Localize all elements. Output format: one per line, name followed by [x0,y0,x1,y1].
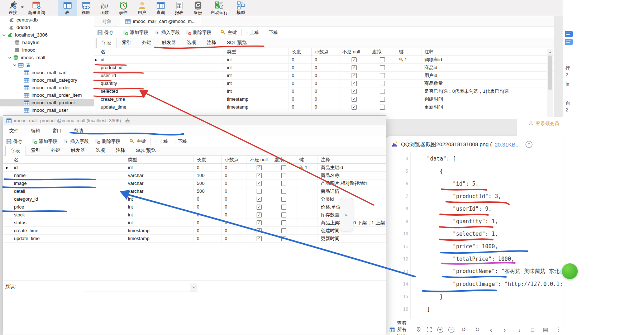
subtab-triggers[interactable]: 触发器 [66,145,90,155]
toolbar-connection-button[interactable]: 连接 [4,0,22,16]
subtab-indexes[interactable]: 索引 [116,38,137,48]
green-floating-button[interactable] [562,263,578,279]
tree-item-centos-db[interactable]: centos-db [0,16,94,24]
table-row-id[interactable]: ▶ idint 00 ✓ 1 购物车id [94,56,554,64]
subtab-indexes[interactable]: 索引 [25,145,46,155]
virtual-checkbox[interactable] [281,173,286,178]
tree-item-imooc[interactable]: imooc [0,46,94,54]
scroll-up-arrow[interactable]: ▲ [547,49,553,55]
subtab-comment[interactable]: 注释 [201,38,221,48]
more-icon[interactable]: ⋮ [554,326,563,333]
move-down-button[interactable]: ↓下移 [262,28,281,37]
not-null-checkbox[interactable]: ✓ [257,228,262,233]
subtab-options[interactable]: 选项 [181,38,201,48]
previous-image-icon[interactable]: ‹ [487,326,495,334]
toolbar-query-button[interactable]: 查询 [151,0,170,16]
move-up-button[interactable]: ↑上移 [152,137,171,146]
subtab-foreign-keys[interactable]: 外键 [46,145,66,155]
delete-field-button[interactable]: 删除字段 [183,28,214,37]
virtual-checkbox[interactable] [281,181,286,186]
download-icon[interactable]: ↓ [515,327,524,333]
toolbar-table-button[interactable]: 表 [58,0,77,16]
not-null-checkbox[interactable] [257,189,262,194]
tree-item-babytun[interactable]: babytun [0,39,94,46]
not-null-checkbox[interactable]: ✓ [257,165,262,170]
not-null-checkbox[interactable]: ✓ [257,212,262,217]
subtab-comment[interactable]: 注释 [110,145,130,155]
toolbar-event-button[interactable]: 事件 [114,0,133,16]
primary-key-button[interactable]: 主键 [127,137,149,146]
dropdown-arrow[interactable] [190,283,198,292]
not-null-checkbox[interactable]: ✓ [352,89,357,94]
not-null-checkbox[interactable]: ✓ [352,73,357,78]
not-null-checkbox[interactable]: ✓ [257,220,262,225]
window-title-bar[interactable]: imooc_mall_product @imooc_mall (localhos… [3,116,386,125]
table-row-user-id[interactable]: user_idint 00 ✓ 用户id [94,72,554,80]
chevron-down-icon[interactable] [7,55,12,60]
table-row-image[interactable]: imagevarchar 5000 ✓ 产品图片,相对路径地址 [3,180,386,187]
table-row-create-time[interactable]: create_timetimestamp 00 ✓ 创建时间 [94,95,554,103]
tree-item-imooc-mall-order-item[interactable]: imooc_mall_order_item [0,91,94,99]
move-up-button[interactable]: ↑上移 [243,28,262,37]
table-row-update-time[interactable]: update_timetimestamp 00 ✓ 更新时间 [3,235,386,243]
primary-key-button[interactable]: 主键 [218,28,240,37]
subtab-triggers[interactable]: 触发器 [157,38,181,48]
table-row-detail[interactable]: detailvarchar 5000 商品详情 [3,187,386,195]
not-null-checkbox[interactable]: ✓ [257,205,262,210]
virtual-checkbox[interactable] [281,220,286,225]
delete-field-button[interactable]: 删除字段 [92,137,123,146]
menu-file[interactable]: 文件 [3,128,25,134]
toolbar-report-button[interactable]: 报表 [170,0,189,16]
gallery-icon[interactable]: ▤ [541,326,550,333]
virtual-checkbox[interactable] [281,212,286,217]
table-row-product-id[interactable]: product_idint 00 ✓ 商品id [94,64,554,72]
tree-item-imooc-mall-cart[interactable]: imooc_mall_cart [0,69,94,76]
table-row-update-time[interactable]: update_timetimestamp 00 ✓ 更新时间 [94,103,554,111]
subtab-sql-preview[interactable]: SQL 预览 [130,145,161,155]
chevron-down-icon[interactable] [1,33,6,38]
subtab-fields[interactable]: 字段 [96,38,116,48]
not-null-checkbox[interactable]: ✓ [257,197,262,202]
tree-item-imooc-mall-user[interactable]: imooc_mall_user [0,106,94,114]
not-null-checkbox[interactable]: ✓ [352,81,357,86]
virtual-checkbox[interactable] [281,236,286,241]
blue-stack-icon[interactable] [565,31,573,47]
table-row-quantity[interactable]: quantityint 00 ✓ 商品数量 [94,80,554,87]
tree-item-imooc-mall[interactable]: imooc_mall [0,54,94,61]
virtual-checkbox[interactable] [380,105,385,110]
virtual-checkbox[interactable] [380,81,385,86]
virtual-checkbox[interactable] [380,57,385,62]
rotate-left-icon[interactable]: ↺ [459,326,468,333]
virtual-checkbox[interactable] [281,228,286,233]
table-row-status[interactable]: statusint 00 ✓ 商品上架状态：0-下架，1-上架 [3,219,386,227]
toolbar-view-button[interactable]: 视图 [77,0,95,16]
insert-field-button[interactable]: 插入字段 [151,28,183,37]
image-filesize[interactable]: 20.31KB... [495,142,520,148]
tree-item-ddddd[interactable]: ddddd [0,24,94,31]
chevron-down-icon[interactable] [12,63,17,68]
not-null-checkbox[interactable]: ✓ [257,236,262,241]
table-row-price[interactable]: priceint 00 ✓ 价格,单位-分 [3,203,386,211]
not-null-checkbox[interactable]: ✓ [257,181,262,186]
select-box-icon[interactable]: □ [528,327,537,333]
scrollbar-thumb[interactable] [548,56,552,90]
virtual-checkbox[interactable] [281,205,286,210]
virtual-checkbox[interactable] [281,189,286,194]
toolbar-new-query-button[interactable]: 新建查询 [24,0,49,16]
subtab-sql-preview[interactable]: SQL 预览 [221,38,252,48]
insert-field-button[interactable]: 插入字段 [60,137,92,146]
not-null-checkbox[interactable]: ✓ [352,57,357,62]
not-null-checkbox[interactable]: ✓ [257,173,262,178]
default-value-dropdown[interactable] [83,283,198,292]
table-row-stock[interactable]: stockint 00 ✓ 库存数量 [3,211,386,219]
vertical-scrollbar[interactable]: ▲ [547,49,553,118]
table-row-category-id[interactable]: category_idint 00 ✓ 分类id [3,195,386,203]
viewer-collapse-handle[interactable]: ▸ [340,198,353,231]
menu-help[interactable]: 帮助 [68,128,89,134]
subtab-fields[interactable]: 字段 [5,146,25,156]
virtual-checkbox[interactable] [380,97,385,102]
next-image-icon[interactable]: › [500,326,509,334]
table-row-name[interactable]: namevarchar 1000 ✓ 商品名称 [3,172,386,180]
toolbar-model-button[interactable]: 模型 [232,0,250,16]
move-down-button[interactable]: ↓下移 [171,137,190,146]
